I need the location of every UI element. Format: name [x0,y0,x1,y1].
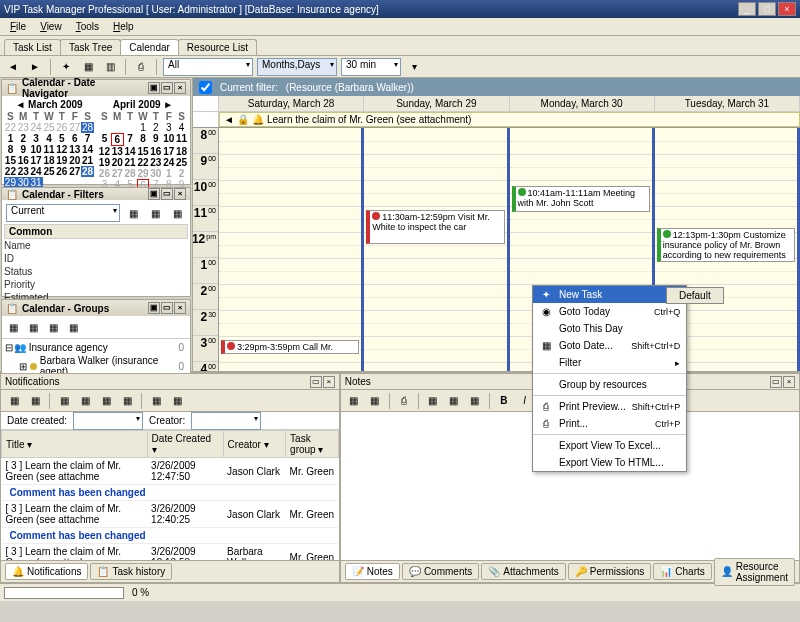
panel-close-icon[interactable]: × [323,376,335,388]
ntb-2[interactable]: ▦ [26,392,44,410]
close-button[interactable]: × [778,2,796,16]
calendar-day[interactable]: 17 [162,146,175,157]
filter-btn1[interactable]: ▦ [124,204,142,222]
table-header[interactable]: Title ▾ [2,431,148,458]
day-column[interactable]: 3:29pm-3:59pm Call Mr. Johnson [219,128,364,371]
calendar-day[interactable]: 25 [175,157,188,168]
calendar-day[interactable]: 16 [149,146,162,157]
grp-btn1[interactable]: ▦ [4,318,22,336]
calendar-day[interactable]: 1 [4,133,17,144]
ntb-d[interactable]: ▦ [445,392,463,410]
calendar-day[interactable]: 26 [98,168,111,179]
tab-resource-list[interactable]: Resource List [178,39,257,55]
allday-event[interactable]: ◄ 🔒 🔔 Learn the claim of Mr. Green (see … [219,112,800,127]
day-header[interactable]: Sunday, March 29 [364,96,509,111]
tab-task-history[interactable]: 📋Task history [90,563,172,580]
tab-task-list[interactable]: Task List [4,39,61,55]
calendar-day[interactable]: 22 [4,122,17,133]
context-menu-item[interactable]: ▦Goto Date...Shift+Ctrl+D [533,337,686,354]
context-menu-item[interactable]: ◉Goto TodayCtrl+Q [533,303,686,320]
tab-notifications[interactable]: 🔔Notifications [5,563,88,580]
calendar-day[interactable]: 2 [17,133,30,144]
calendar-day[interactable] [111,122,124,133]
calendar-day[interactable]: 14 [81,144,94,155]
calendar-day[interactable]: 17 [30,155,43,166]
calendar-day[interactable]: 2 [175,168,188,179]
maximize-button[interactable]: □ [758,2,776,16]
calendar-day[interactable]: 25 [43,122,56,133]
calendar-day[interactable]: 11 [43,144,56,155]
nav-back-button[interactable]: ◄ [4,58,22,76]
calendar-day[interactable]: 12 [98,146,111,157]
notes-tab[interactable]: 📎Attachments [481,563,566,580]
panel-pin-icon[interactable]: ▣ [148,82,160,94]
calendar-day[interactable]: 2 [149,122,162,133]
filter-combo[interactable]: All [163,58,253,76]
ntb-c[interactable]: ▦ [424,392,442,410]
panel-close-icon[interactable]: × [174,188,186,200]
panel-close-icon[interactable]: × [174,82,186,94]
calendar-day[interactable]: 26 [55,122,68,133]
nav-fwd-button[interactable]: ► [26,58,44,76]
calendar-event[interactable]: 3:29pm-3:59pm Call Mr. Johnson [221,340,359,354]
context-menu-item[interactable]: Goto This Day [533,320,686,337]
interval-combo[interactable]: 30 min [341,58,401,76]
calendar-day[interactable]: 18 [43,155,56,166]
notes-tab[interactable]: 🔑Permissions [568,563,651,580]
context-menu-item[interactable]: Export View To HTML... [533,454,686,471]
calendar-day[interactable]: 8 [137,133,150,146]
ntb-3[interactable]: ▦ [55,392,73,410]
calendar-day[interactable]: 30 [149,168,162,179]
tree-root[interactable]: ⊟👥 Insurance agency0 [4,341,188,354]
calendar-day[interactable]: 23 [149,157,162,168]
filter-btn3[interactable]: ▦ [168,204,186,222]
calendar-day[interactable]: 3 [162,122,175,133]
grp-btn4[interactable]: ▦ [64,318,82,336]
notes-tab[interactable]: 👤Resource Assignment [714,558,795,586]
date-created-combo[interactable] [73,412,143,430]
calendar-day[interactable]: 3 [30,133,43,144]
interval-dropdown[interactable]: ▾ [405,58,423,76]
menu-tools[interactable]: Tools [70,20,105,33]
calendar-day[interactable]: 5 [55,133,68,144]
ntb-1[interactable]: ▦ [5,392,23,410]
menu-view[interactable]: View [34,20,68,33]
menu-help[interactable]: Help [107,20,140,33]
filter-field-row[interactable]: Priority [4,278,188,291]
ntb-bold-icon[interactable]: B [495,392,513,410]
calendar-day[interactable]: 22 [137,157,150,168]
calendar-day[interactable]: 24 [30,122,43,133]
filter-field-row[interactable]: Status [4,265,188,278]
view-day-icon[interactable]: ▦ [79,58,97,76]
ntb-print-icon[interactable]: ⎙ [395,392,413,410]
calendar-day[interactable]: 19 [98,157,111,168]
table-header[interactable]: Creator ▾ [223,431,285,458]
grp-btn3[interactable]: ▦ [44,318,62,336]
table-row[interactable]: [ 3 ] Learn the claim of Mr. Green (see … [2,544,339,561]
calendar-day[interactable]: 15 [137,146,150,157]
minimize-button[interactable]: _ [738,2,756,16]
day-header[interactable]: Saturday, March 28 [219,96,364,111]
tab-calendar[interactable]: Calendar [120,39,179,55]
panel-dock-icon[interactable]: ▭ [770,376,782,388]
calendar-day[interactable]: 28 [81,122,94,133]
calendar-day[interactable]: 9 [17,144,30,155]
calendar-event[interactable]: 10:41am-11:11am Meeting with Mr. John Sc… [512,186,650,212]
panel-dock-icon[interactable]: ▭ [161,188,173,200]
calendar-day[interactable]: 14 [124,146,137,157]
calendar-day[interactable]: 8 [4,144,17,155]
tab-task-tree[interactable]: Task Tree [60,39,121,55]
ntb-4[interactable]: ▦ [76,392,94,410]
menu-file[interactable]: File [4,20,32,33]
calendar-day[interactable] [124,122,137,133]
calendar-day[interactable]: 18 [175,146,188,157]
filter-field-row[interactable]: ID [4,252,188,265]
calendar-event[interactable]: 11:30am-12:59pm Visit Mr. White to inspe… [366,210,504,244]
view-week-icon[interactable]: ▥ [101,58,119,76]
calendar-day[interactable]: 28 [124,168,137,179]
calendar-day[interactable]: 28 [81,166,94,177]
filter-field-row[interactable]: Name [4,239,188,252]
calendar-day[interactable]: 1 [137,122,150,133]
panel-close-icon[interactable]: × [783,376,795,388]
calendar-day[interactable]: 5 [98,133,111,146]
